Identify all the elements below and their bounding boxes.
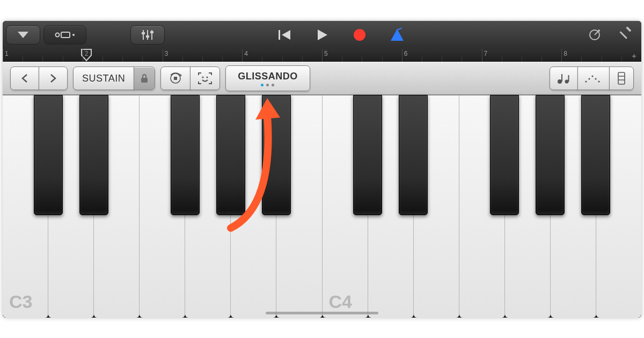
ruler-bar-4: 4 [242,49,243,62]
svg-point-29 [565,80,569,84]
black-key[interactable] [490,95,519,215]
octave-up-button[interactable] [39,67,68,90]
track-settings-button[interactable] [130,25,165,45]
glissando-label: GLISSANDO [238,71,298,82]
svg-point-31 [585,80,587,82]
key-label-c3: C3 [9,291,32,312]
top-toolbar [3,21,641,49]
svg-rect-9 [150,31,153,33]
svg-point-35 [598,80,599,82]
ruler-bar-5: 5 [322,49,323,62]
ruler-bar-3: 3 [163,49,163,62]
arpeggiator-button[interactable] [577,67,610,90]
svg-rect-2 [61,32,70,38]
ruler-bar-label: 1 [5,50,9,57]
black-key[interactable] [34,95,63,215]
svg-rect-20 [619,31,627,39]
svg-point-32 [588,78,590,79]
keyboard-layout-button[interactable] [609,67,634,90]
garageband-keyboard-view: ＋ 12345678 SUSTAIN [3,21,641,318]
svg-rect-21 [141,78,148,83]
svg-point-3 [72,34,75,36]
svg-point-27 [558,79,562,84]
black-key[interactable] [581,95,611,215]
svg-line-17 [595,32,598,35]
ruler-bar-7: 7 [482,49,482,62]
svg-point-25 [202,76,204,78]
black-key[interactable] [171,95,200,215]
svg-point-18 [598,30,600,32]
svg-rect-30 [568,75,569,82]
svg-point-1 [56,33,60,37]
svg-rect-10 [279,30,280,40]
keyboard-control-strip: SUSTAIN [3,62,641,95]
ruler-bar-2: 2 [83,49,83,62]
key-label-c4: C4 [329,291,352,312]
browser-menu-button[interactable] [6,25,40,45]
glissando-mode-button[interactable]: GLISSANDO [225,65,310,91]
svg-marker-12 [318,30,327,40]
pitch-control-button[interactable] [160,67,191,90]
svg-rect-28 [561,74,562,82]
timeline-ruler[interactable]: ＋ 12345678 [3,49,641,62]
svg-rect-19 [626,27,632,32]
metronome-button[interactable] [380,21,414,49]
face-control-button[interactable] [190,67,220,90]
piano-keyboard[interactable]: C3C4 [3,95,641,318]
settings-button[interactable] [611,21,638,49]
black-key[interactable] [79,95,109,215]
ruler-bar-label: 4 [244,50,248,57]
sustain-button[interactable]: SUSTAIN [73,67,134,90]
svg-rect-5 [142,32,145,34]
sustain-label: SUSTAIN [82,73,125,84]
chord-input-button[interactable] [550,67,579,90]
black-key[interactable] [536,95,565,215]
svg-rect-36 [618,72,625,84]
home-indicator [266,312,378,314]
svg-rect-24 [174,77,177,80]
ruler-bar-1: 1 [3,49,3,62]
svg-point-34 [595,78,596,79]
ruler-bar-label: 6 [404,50,408,57]
go-to-start-button[interactable] [267,21,302,49]
tracks-view-button[interactable] [43,25,86,45]
svg-point-26 [207,76,208,78]
ruler-bar-label: 5 [324,50,328,57]
play-button[interactable] [305,21,339,49]
ruler-bar-label: 2 [85,50,89,57]
black-key[interactable] [262,95,291,215]
sustain-lock-button[interactable] [134,67,155,90]
svg-rect-7 [146,35,149,38]
svg-point-13 [354,29,365,41]
ruler-bar-label: 8 [564,50,567,57]
svg-marker-0 [18,32,28,38]
black-key[interactable] [353,95,383,215]
ruler-bar-8: 8 [561,49,562,62]
svg-line-15 [397,28,402,30]
master-effects-button[interactable] [581,21,608,49]
black-key[interactable] [399,95,428,215]
black-key[interactable] [216,95,246,215]
ruler-bar-label: 3 [165,50,169,57]
add-section-button[interactable]: ＋ [630,51,638,61]
record-button[interactable] [342,21,377,49]
ruler-bar-6: 6 [402,49,402,62]
glissando-page-dots [261,84,274,86]
svg-marker-14 [391,29,404,41]
octave-down-button[interactable] [10,67,39,90]
ruler-bar-label: 7 [484,50,488,57]
svg-marker-11 [282,30,290,40]
svg-point-33 [591,75,593,77]
